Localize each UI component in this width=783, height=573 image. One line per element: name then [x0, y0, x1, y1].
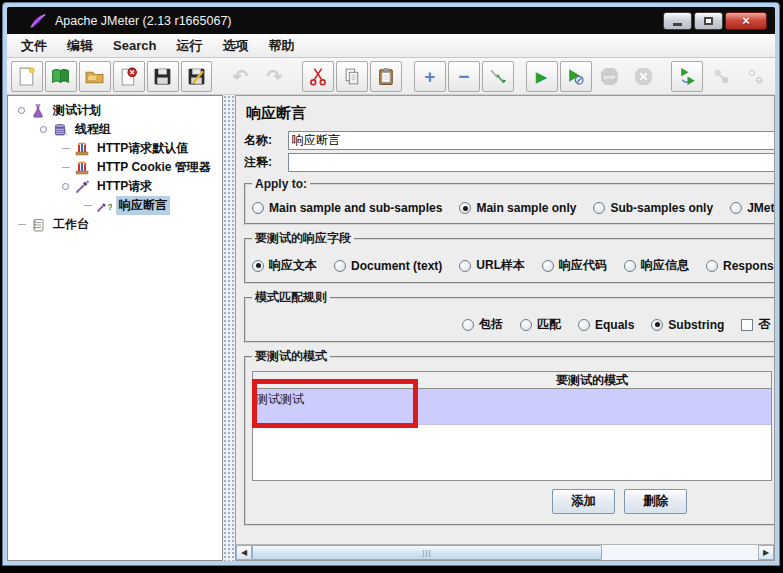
save-as-icon	[186, 66, 207, 87]
toggle-button[interactable]	[482, 61, 514, 92]
tree-connector	[18, 224, 26, 225]
tree-item-label[interactable]: HTTP请求默认值	[94, 139, 191, 158]
comment-input[interactable]	[288, 153, 775, 172]
remote-stop-all-button	[739, 61, 771, 92]
thread-group-icon	[52, 122, 68, 138]
tree-item-http-request[interactable]: HTTP请求	[10, 177, 220, 196]
radio-icon	[730, 202, 742, 214]
start-no-pauses-button[interactable]	[560, 61, 592, 92]
tree-expand-handle[interactable]	[40, 126, 47, 133]
main-content: 测试计划 线程组	[7, 95, 775, 561]
apply-to-options: Main sample and sub-samples Main sample …	[252, 201, 775, 215]
radio-substring[interactable]: Substring	[651, 318, 724, 332]
open-template-button[interactable]	[45, 61, 77, 92]
menu-search[interactable]: Search	[105, 36, 164, 55]
start-no-pauses-icon	[565, 66, 586, 87]
response-assertion-icon: ?	[96, 198, 112, 214]
close-icon: ×	[742, 13, 750, 28]
tree-expand-handle[interactable]	[18, 107, 25, 114]
split-pane-divider[interactable]	[223, 95, 235, 561]
radio-icon	[334, 260, 346, 272]
toolbar: ↶ ↷	[7, 58, 775, 95]
redo-icon: ↷	[266, 67, 282, 86]
radio-jmeter-variable[interactable]: JMete	[730, 201, 775, 215]
collapse-all-button[interactable]: −	[448, 61, 480, 92]
save-icon	[152, 66, 173, 87]
open-file-icon	[84, 66, 105, 87]
expand-all-icon: +	[424, 67, 435, 86]
radio-icon	[542, 260, 554, 272]
remote-start-all-button[interactable]	[671, 61, 703, 92]
comment-field-row: 注释:	[244, 153, 774, 172]
tree-item-label[interactable]: 测试计划	[50, 101, 104, 120]
undo-icon: ↶	[232, 67, 248, 86]
scroll-right-button[interactable]: ▶	[758, 545, 774, 560]
menu-file[interactable]: 文件	[13, 35, 55, 57]
menu-run[interactable]: 运行	[168, 35, 210, 57]
minimize-button[interactable]	[663, 12, 692, 30]
menu-options[interactable]: 选项	[214, 35, 256, 57]
checkbox-not[interactable]: 否	[741, 316, 770, 333]
open-file-button[interactable]	[79, 61, 111, 92]
save-as-button[interactable]	[181, 61, 213, 92]
paste-button[interactable]	[370, 61, 402, 92]
radio-response-code[interactable]: 响应代码	[542, 257, 607, 274]
new-file-button[interactable]	[11, 61, 43, 92]
jmeter-window: Apache JMeter (2.13 r1665067) × 文件 编辑 Se…	[2, 2, 780, 566]
scroll-left-button[interactable]: ◀	[236, 545, 252, 560]
name-label: 名称:	[244, 132, 288, 149]
radio-url-sample[interactable]: URL样本	[459, 257, 525, 274]
tree-item-cookie-manager[interactable]: HTTP Cookie 管理器	[10, 158, 220, 177]
menu-edit[interactable]: 编辑	[59, 35, 101, 57]
tree-item-thread-group[interactable]: 线程组	[10, 120, 220, 139]
save-button[interactable]	[147, 61, 179, 92]
copy-icon	[342, 66, 363, 87]
radio-icon-selected	[459, 202, 471, 214]
radio-document-text[interactable]: Document (text)	[334, 259, 442, 273]
add-button[interactable]: 添加	[552, 489, 615, 514]
patterns-buttons: 添加 删除	[552, 489, 772, 514]
copy-button[interactable]	[336, 61, 368, 92]
radio-response-message[interactable]: 响应信息	[624, 257, 689, 274]
close-file-button[interactable]	[113, 61, 145, 92]
tree-item-test-plan[interactable]: 测试计划	[10, 101, 220, 120]
apply-to-group: Apply to: Main sample and sub-samples Ma…	[244, 177, 775, 225]
radio-main-sample-and-sub-samples[interactable]: Main sample and sub-samples	[252, 201, 442, 215]
remote-stop-all-icon	[745, 66, 766, 87]
close-file-icon	[118, 66, 139, 87]
delete-button[interactable]: 删除	[624, 489, 687, 514]
radio-matches[interactable]: 匹配	[520, 316, 561, 333]
tree-item-http-defaults[interactable]: HTTP请求默认值	[10, 139, 220, 158]
response-field-group: 要测试的响应字段 响应文本 Document (text) URL样本	[244, 230, 775, 284]
tree-item-response-assertion[interactable]: ? 响应断言	[10, 196, 220, 215]
cut-button[interactable]	[302, 61, 334, 92]
svg-text:?: ?	[108, 202, 113, 212]
close-button[interactable]: ×	[725, 12, 767, 30]
tree-item-label[interactable]: HTTP请求	[94, 177, 155, 196]
start-button[interactable]: ▶	[526, 61, 558, 92]
name-input[interactable]	[288, 131, 775, 150]
tree-item-label[interactable]: 工作台	[50, 215, 92, 234]
http-request-icon	[74, 179, 90, 195]
radio-response-text[interactable]: 响应文本	[252, 257, 317, 274]
radio-equals[interactable]: Equals	[578, 318, 634, 332]
expand-all-button[interactable]: +	[414, 61, 446, 92]
test-plan-tree: 测试计划 线程组	[7, 95, 223, 561]
name-field-row: 名称:	[244, 131, 774, 150]
scrollbar-thumb[interactable]: |||	[252, 545, 602, 560]
tree-item-label[interactable]: HTTP Cookie 管理器	[94, 158, 214, 177]
tree-expand-handle[interactable]	[62, 183, 69, 190]
paste-icon	[376, 66, 397, 87]
radio-response-headers[interactable]: Respons	[706, 259, 774, 273]
page-title: 响应断言	[246, 104, 774, 123]
tree-item-label[interactable]: 响应断言	[116, 196, 170, 215]
horizontal-scrollbar[interactable]: ◀ ||| ▶	[235, 544, 775, 561]
tree-item-label[interactable]: 线程组	[72, 120, 114, 139]
tree-item-workbench[interactable]: 工作台	[10, 215, 220, 234]
radio-sub-samples-only[interactable]: Sub-samples only	[593, 201, 713, 215]
radio-main-sample-only[interactable]: Main sample only	[459, 201, 576, 215]
maximize-button[interactable]	[694, 12, 723, 30]
radio-contains[interactable]: 包括	[462, 316, 503, 333]
pattern-row-selected[interactable]: 测试测试	[253, 389, 771, 425]
menu-help[interactable]: 帮助	[260, 35, 302, 57]
